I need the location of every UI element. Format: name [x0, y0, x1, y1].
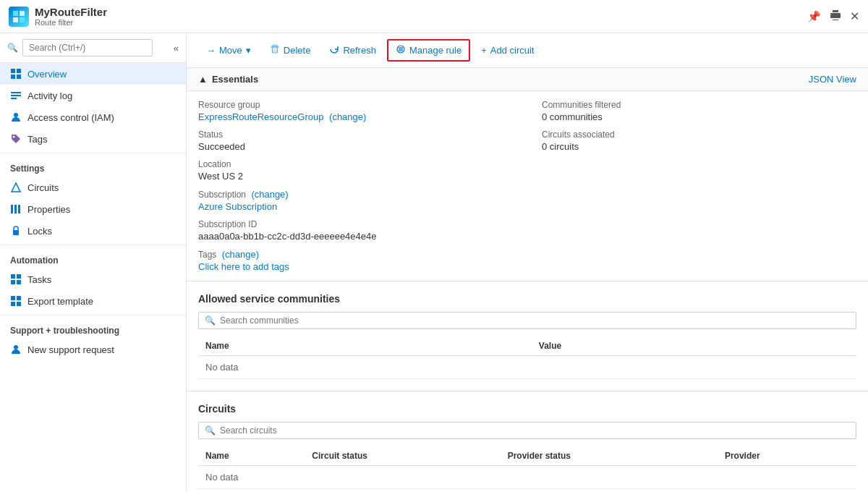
svg-rect-10 — [11, 98, 17, 99]
svg-rect-19 — [17, 274, 21, 279]
svg-rect-5 — [17, 69, 21, 73]
subscription-value-link[interactable]: Azure Subscription — [198, 201, 513, 212]
essentials-title-label: Essentials — [212, 74, 258, 85]
title-bar: MyRouteFilter Route filter 📌 ✕ — [0, 0, 868, 33]
circuits-associated-label: Circuits associated — [542, 130, 856, 140]
sidebar-section-settings: Settings — [0, 156, 186, 177]
circuits-table: Name Circuit status Provider status Prov… — [198, 446, 856, 489]
essentials-left-col: Resource group ExpressRouteResourceGroup… — [198, 100, 513, 272]
subscription-change-link[interactable]: (change) — [251, 189, 288, 200]
delete-button[interactable]: Delete — [262, 40, 319, 61]
manage-rule-button[interactable]: Manage rule — [387, 39, 470, 62]
communities-filtered-value: 0 communities — [542, 111, 856, 122]
essentials-communities-filtered: Communities filtered 0 communities — [542, 100, 856, 122]
content-area: ▲ Essentials JSON View Resource group Ex… — [187, 68, 868, 492]
communities-no-data-row: No data — [198, 356, 856, 379]
svg-rect-15 — [14, 205, 17, 213]
sidebar-item-properties-label: Properties — [27, 204, 70, 215]
resource-group-change-link[interactable]: (change) — [329, 111, 366, 122]
tags-icon — [10, 133, 22, 145]
sidebar-item-tags-label: Tags — [27, 134, 47, 145]
svg-rect-0 — [13, 11, 18, 16]
circuits-no-data-row: No data — [198, 466, 856, 489]
location-label: Location — [198, 159, 513, 169]
app-name: MyRouteFilter — [35, 6, 801, 18]
resource-group-link[interactable]: ExpressRouteResourceGroup — [198, 111, 323, 122]
status-label: Status — [198, 130, 513, 140]
circuits-col-provider-status: Provider status — [501, 446, 718, 466]
tags-value-link[interactable]: Click here to add tags — [198, 261, 513, 272]
sidebar-item-locks[interactable]: Locks — [0, 220, 186, 242]
sidebar-item-tasks[interactable]: Tasks — [0, 268, 186, 290]
pin-icon[interactable]: 📌 — [807, 10, 821, 23]
manage-rule-label: Manage rule — [409, 45, 461, 56]
sidebar-item-tasks-label: Tasks — [27, 274, 51, 285]
svg-rect-6 — [11, 75, 15, 79]
communities-col-value: Value — [532, 336, 856, 356]
new-support-icon — [10, 344, 22, 355]
sidebar-item-export-template[interactable]: Export template — [0, 290, 186, 312]
essentials-grid: Resource group ExpressRouteResourceGroup… — [187, 91, 868, 281]
sidebar: 🔍 « Overview Activity log Access control… — [0, 33, 187, 492]
resource-group-value: ExpressRouteResourceGroup (change) — [198, 111, 513, 122]
svg-marker-13 — [12, 183, 20, 192]
circuits-col-name: Name — [198, 446, 305, 466]
sidebar-search-input[interactable] — [22, 39, 153, 56]
svg-point-12 — [13, 136, 15, 138]
svg-rect-17 — [13, 230, 19, 235]
essentials-right-col: Communities filtered 0 communities Circu… — [542, 100, 856, 272]
add-circuit-button[interactable]: + Add circuit — [473, 41, 542, 60]
json-view-link[interactable]: JSON View — [809, 74, 856, 85]
move-button[interactable]: → Move ▾ — [198, 41, 259, 60]
sidebar-item-new-support[interactable]: New support request — [0, 339, 186, 360]
svg-rect-14 — [11, 205, 13, 213]
sidebar-item-activity-log[interactable]: Activity log — [0, 85, 186, 106]
circuits-associated-value: 0 circuits — [542, 141, 856, 152]
sidebar-section-automation: Automation — [0, 248, 186, 268]
sidebar-item-tags[interactable]: Tags — [0, 128, 186, 150]
svg-rect-18 — [11, 274, 15, 279]
communities-search-box: 🔍 — [198, 312, 856, 329]
sidebar-collapse-button[interactable]: « — [174, 43, 179, 54]
communities-no-data-cell: No data — [198, 356, 856, 379]
print-icon[interactable] — [830, 9, 841, 23]
circuits-no-data-cell: No data — [198, 466, 856, 489]
circuits-section-title: Circuits — [198, 403, 856, 415]
sidebar-item-circuits[interactable]: Circuits — [0, 177, 186, 198]
essentials-tags: Tags (change) Click here to add tags — [198, 249, 513, 272]
add-circuit-icon: + — [481, 45, 487, 56]
overview-icon — [10, 68, 22, 80]
sidebar-item-access-control[interactable]: Access control (IAM) — [0, 106, 186, 128]
refresh-button[interactable]: Refresh — [321, 40, 384, 61]
subscription-label: Subscription (change) — [198, 189, 513, 200]
communities-col-name: Name — [198, 336, 532, 356]
circuits-section: Circuits 🔍 Name Circuit status Provider … — [187, 391, 868, 492]
close-button[interactable]: ✕ — [850, 9, 859, 23]
svg-rect-1 — [20, 11, 25, 16]
communities-search-input[interactable] — [220, 315, 850, 326]
activity-log-icon — [10, 90, 22, 101]
sidebar-item-overview-label: Overview — [27, 69, 67, 80]
svg-rect-16 — [18, 205, 20, 213]
essentials-resource-group: Resource group ExpressRouteResourceGroup… — [198, 100, 513, 122]
circuits-search-box: 🔍 — [198, 422, 856, 439]
sidebar-section-support: Support + troubleshooting — [0, 318, 186, 339]
sidebar-item-activity-log-label: Activity log — [27, 90, 72, 101]
title-bar-actions: 📌 ✕ — [807, 9, 859, 23]
svg-rect-20 — [11, 280, 15, 284]
tasks-icon — [10, 273, 22, 285]
essentials-collapse-icon[interactable]: ▲ — [198, 74, 208, 85]
tags-change-link[interactable]: (change) — [222, 249, 259, 260]
svg-rect-21 — [17, 280, 21, 284]
sidebar-divider-settings — [0, 153, 186, 153]
svg-rect-24 — [11, 302, 15, 306]
sidebar-item-properties[interactable]: Properties — [0, 198, 186, 220]
sidebar-item-overview[interactable]: Overview — [0, 63, 186, 85]
sidebar-item-export-template-label: Export template — [27, 296, 93, 307]
communities-search-icon: 🔍 — [205, 315, 216, 326]
tags-field-label: Tags (change) — [198, 249, 513, 260]
locks-icon — [10, 225, 22, 237]
circuits-search-input[interactable] — [220, 425, 850, 436]
move-icon: → — [206, 45, 216, 56]
sidebar-item-locks-label: Locks — [27, 226, 52, 237]
